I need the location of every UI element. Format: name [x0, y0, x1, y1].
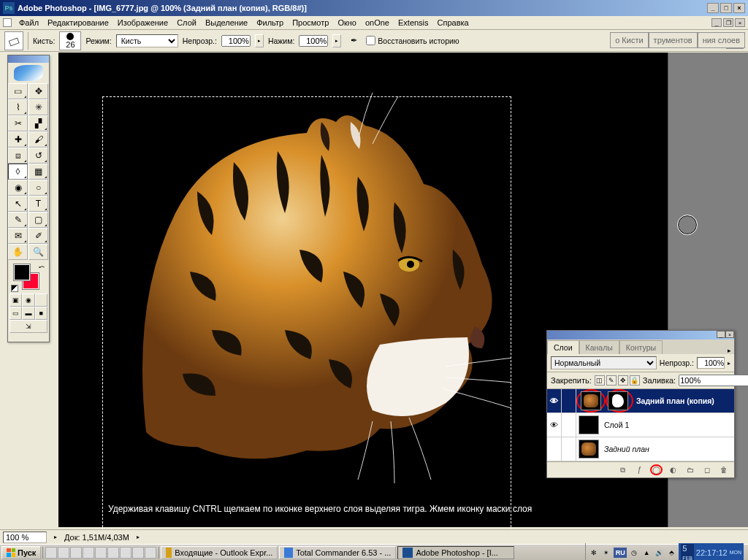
lock-all-icon[interactable]: 🔒 [630, 375, 640, 386]
screen-full-menubar-button[interactable]: ▬ [22, 307, 34, 320]
layers-panel-titlebar[interactable]: _ × [547, 331, 734, 340]
jump-to-imageready-button[interactable]: ⇲ [9, 320, 47, 333]
marquee-tool[interactable]: ▭ [8, 83, 28, 99]
maximize-button[interactable]: □ [720, 3, 732, 13]
menu-file[interactable]: Файл [15, 17, 43, 28]
quickmask-mode-button[interactable]: ◉ [22, 294, 34, 307]
start-button[interactable]: Пуск [1, 546, 41, 559]
close-button[interactable]: × [733, 3, 745, 13]
tab-channels[interactable]: Каналы [579, 340, 619, 354]
quicklaunch-icon[interactable] [83, 547, 94, 559]
doc-minimize-button[interactable]: _ [711, 18, 722, 27]
doc-close-button[interactable]: × [735, 18, 745, 27]
crop-tool[interactable]: ✂ [8, 115, 28, 131]
layer-row[interactable]: Задний план [547, 437, 734, 461]
menu-image[interactable]: Изображение [113, 17, 172, 28]
standard-mode-button[interactable]: ▣ [9, 294, 22, 307]
move-tool[interactable]: ✥ [28, 83, 48, 99]
delete-layer-icon[interactable]: 🗑 [717, 464, 730, 475]
path-select-tool[interactable]: ↖ [8, 196, 28, 212]
doc-restore-button[interactable]: ❐ [723, 18, 733, 27]
dodge-tool[interactable]: ○ [28, 180, 48, 196]
tab-layers[interactable]: Слои [547, 340, 579, 354]
task-outlook[interactable]: Входящие - Outlook Expr... [161, 546, 278, 559]
quicklaunch-icon[interactable] [58, 547, 69, 559]
status-info-menu[interactable]: ▸ [137, 534, 140, 540]
layer-thumbnail[interactable] [579, 440, 599, 459]
opacity-input[interactable] [221, 35, 251, 47]
hand-tool[interactable]: ✋ [8, 244, 28, 260]
visibility-toggle-icon[interactable]: 👁 [547, 413, 562, 437]
tray-icon[interactable]: ⬘ [666, 548, 676, 558]
status-menu-icon[interactable]: ▸ [54, 534, 57, 540]
tab-paths[interactable]: Контуры [619, 340, 663, 354]
new-group-icon[interactable]: 🗀 [684, 464, 696, 475]
menu-select[interactable]: Выделение [201, 17, 252, 28]
eraser-tool[interactable]: ◊ [8, 164, 28, 180]
zoom-tool[interactable]: 🔍 [28, 244, 48, 260]
zoom-input[interactable]: 100 % [3, 532, 47, 543]
task-photoshop[interactable]: Adobe Photoshop - [I... [397, 546, 514, 559]
lock-position-icon[interactable]: ✥ [618, 375, 628, 386]
lock-transparency-icon[interactable]: ◫ [595, 375, 605, 386]
airbrush-icon[interactable]: ✒ [346, 33, 362, 49]
quicklaunch-icon[interactable] [107, 547, 119, 559]
swap-colors-icon[interactable]: ⤺ [39, 263, 45, 271]
eyedropper-tool[interactable]: ✐ [28, 228, 48, 244]
quicklaunch-icon[interactable] [95, 547, 107, 559]
magic-wand-tool[interactable]: ✳ [28, 99, 48, 115]
link-column[interactable] [562, 413, 576, 437]
blur-tool[interactable]: ◉ [8, 180, 28, 196]
menu-layer[interactable]: Слой [172, 17, 201, 28]
collapsed-tab-brushes[interactable]: о Кисти [610, 32, 648, 48]
lock-pixels-icon[interactable]: ✎ [606, 375, 617, 386]
toolbox-grip[interactable] [8, 55, 49, 63]
flow-dropdown[interactable]: ▸ [332, 34, 341, 47]
screen-standard-button[interactable]: ▭ [9, 307, 22, 320]
opacity-dropdown[interactable]: ▸ [255, 34, 264, 47]
language-indicator[interactable]: RU [614, 548, 627, 558]
minimize-button[interactable]: _ [707, 3, 719, 13]
panel-menu-icon[interactable]: ▸ [724, 347, 734, 354]
link-column[interactable] [562, 437, 576, 461]
layer-row[interactable]: 👁 Слой 1 [547, 413, 734, 437]
clock[interactable]: 5FEB 22:17:12 MON [679, 543, 744, 561]
restore-history-checkbox[interactable] [366, 36, 375, 45]
collapsed-tab-tools[interactable]: трументов [649, 32, 698, 48]
quicklaunch-icon[interactable] [45, 547, 57, 559]
menu-onone[interactable]: onOne [361, 17, 394, 28]
pen-tool[interactable]: ✎ [8, 212, 28, 228]
menu-extensis[interactable]: Extensis [394, 17, 433, 28]
menu-window[interactable]: Окно [333, 17, 361, 28]
type-tool[interactable]: T [28, 196, 48, 212]
tray-icon[interactable]: ✻ [589, 548, 599, 558]
collapsed-tab-layercomps[interactable]: ния слоев [698, 32, 745, 48]
layer-style-icon[interactable]: ƒ [633, 464, 646, 475]
quicklaunch-icon[interactable] [132, 547, 144, 559]
link-layers-icon[interactable]: ⧉ [617, 464, 629, 475]
layer-row[interactable]: 👁 Задний план (копия) [547, 389, 734, 413]
layers-panel-close[interactable]: × [725, 331, 734, 338]
tray-icon[interactable]: ◷ [629, 548, 639, 558]
blend-mode-select[interactable]: Нормальный [551, 356, 657, 369]
link-column[interactable] [562, 389, 576, 413]
history-brush-tool[interactable]: ↺ [28, 147, 48, 164]
layer-thumbnail[interactable] [579, 415, 599, 434]
flow-input[interactable] [299, 35, 328, 47]
screen-full-button[interactable]: ■ [35, 307, 47, 320]
clone-stamp-tool[interactable]: ⧇ [8, 147, 28, 164]
task-totalcommander[interactable]: Total Commander 6.53 - ... [279, 546, 396, 559]
adjustment-layer-icon[interactable]: ◐ [667, 464, 679, 475]
layers-panel-minimize[interactable]: _ [717, 331, 725, 338]
default-colors-icon[interactable] [11, 285, 18, 292]
screen-mode-button[interactable] [35, 294, 47, 307]
menu-filter[interactable]: Фильтр [252, 17, 288, 28]
layer-mask-thumbnail[interactable] [608, 391, 628, 410]
gradient-tool[interactable]: ▦ [28, 164, 48, 180]
visibility-toggle-icon[interactable] [547, 437, 562, 461]
mode-select[interactable]: Кисть [116, 34, 178, 47]
tray-icon[interactable]: 🔊 [654, 548, 664, 558]
shape-tool[interactable]: ▢ [28, 212, 48, 228]
visibility-toggle-icon[interactable]: 👁 [547, 389, 562, 413]
foreground-color[interactable] [14, 264, 30, 280]
